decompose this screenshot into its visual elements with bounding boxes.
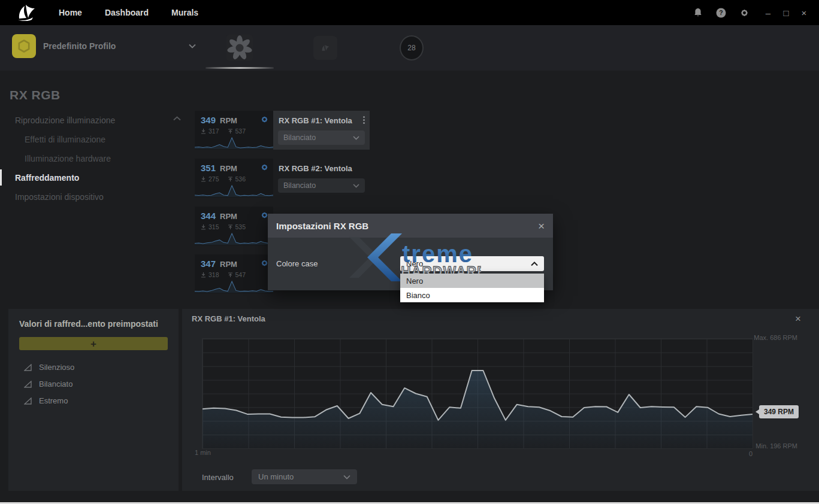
device-header: Predefinito Profilo [0,25,819,71]
profile-selector[interactable]: Predefinito Profilo [12,34,196,58]
nav-dashboard[interactable]: Dashboard [105,8,149,17]
fan3-min-rpm: 315 [208,223,219,230]
max-rpm-icon [228,177,233,182]
fan2-rpm-unit: RPM [220,164,237,173]
chevron-up-icon [531,262,538,266]
fan-row-1: 349 RPM 317 537 RX RGB #1: Ventola Bilan… [195,111,370,150]
sidebar-item-impostazioni[interactable]: Impostazioni dispositivo [15,192,104,202]
case-color-options: Nero Bianco [400,274,544,302]
fan2-card[interactable]: RX RGB #2: Ventola Bilanciato [273,159,370,198]
fan1-rpm-value: 349 [201,115,216,125]
fan1-menu-icon[interactable] [363,116,365,124]
fan2-name: RX RGB #2: Ventola [279,164,352,173]
minimize-button[interactable]: – [764,8,772,18]
modal-title: Impostazioni RX RGB [276,221,368,231]
titlebar: Home Dashboard Murals ? – □ [0,0,819,25]
option-nero[interactable]: Nero [400,274,544,288]
lcd-temperature-value: 28 [407,44,415,52]
fan3-stats: 344 RPM 315 535 [195,207,273,245]
nav-home[interactable]: Home [59,8,82,17]
max-rpm-icon [228,129,233,134]
min-rpm-icon [201,224,206,230]
max-rpm-icon [228,272,233,278]
chart-area-fill [203,371,752,448]
fan1-max-rpm: 537 [235,127,246,135]
presets-title: Valori di raffred...ento preimpostati [19,319,158,329]
device-tab-lcd-cooler[interactable]: 28 [400,25,424,71]
help-icon[interactable]: ? [716,8,726,18]
ramp-icon [24,364,32,371]
fan1-stats: 349 RPM 317 537 [195,111,273,150]
fan1-settings-gear-icon[interactable] [260,115,269,124]
case-color-value: Nero [406,259,423,268]
fan2-preset-select[interactable]: Bilanciato [278,178,365,193]
chevron-down-icon [353,184,359,188]
fan3-rpm-value: 344 [201,211,216,221]
fan1-rpm-unit: RPM [220,116,237,125]
profile-icon [12,34,36,58]
case-color-select[interactable]: Nero [400,256,544,271]
chart-min-label: Min. 196 RPM [755,442,797,450]
chevron-down-icon [343,475,350,479]
min-rpm-icon [201,129,206,134]
case-color-label: Colore case [276,259,318,268]
fan1-sparkline [195,136,273,149]
fan2-min-rpm: 275 [208,175,219,183]
notifications-bell-icon[interactable] [693,8,703,17]
modal-close-icon[interactable]: × [538,220,545,232]
titlebar-icons: ? [693,8,750,18]
profile-chevron-down-icon[interactable] [189,44,196,48]
keyboard-device-icon [313,36,337,60]
max-rpm-icon [228,224,233,230]
device-title: RX RGB [10,88,61,102]
fan4-rpm-value: 347 [201,259,216,269]
fan1-card[interactable]: RX RGB #1: Ventola Bilanciato [273,111,370,150]
option-bianco[interactable]: Bianco [400,288,544,302]
fan4-sparkline [195,280,273,293]
fan1-name: RX RGB #1: Ventola [279,116,352,125]
settings-gear-icon[interactable] [739,8,750,18]
corsair-logo-icon [16,4,37,21]
icue-app-window: Home Dashboard Murals ? – □ [0,0,819,504]
interval-value: Un minuto [258,472,294,481]
fan1-preset-value: Bilanciato [283,133,316,142]
fan-row-2: 351 RPM 275 536 RX RGB #2: Ventola Bilan… [195,159,370,198]
window-controls: – □ × [764,8,808,18]
section-chevron-up-icon[interactable] [173,116,181,121]
fan2-max-rpm: 536 [235,175,246,183]
preset-bilanciato[interactable]: Bilanciato [24,379,72,388]
chart-zero-label: 0 [749,450,752,457]
device-tab-keyboard[interactable] [313,25,337,71]
lcd-cooler-icon: 28 [400,35,424,60]
preset-label: Silenzioso [39,363,74,372]
min-rpm-icon [201,272,206,278]
device-tab-fan[interactable] [205,25,274,71]
maximize-button[interactable]: □ [782,8,790,18]
fan2-settings-gear-icon[interactable] [260,163,269,172]
fan4-rpm-unit: RPM [220,260,237,269]
sidebar-item-raffreddamento[interactable]: Raffreddamento [15,173,79,183]
sidebar-item-effetti[interactable]: Effetti di illuminazione [25,135,105,144]
active-item-indicator [0,169,2,186]
preset-estremo[interactable]: Estremo [24,396,68,405]
fan1-preset-select[interactable]: Bilanciato [278,130,365,145]
chart-max-label: Max. 686 RPM [754,334,797,341]
rpm-chart-plot [202,338,753,449]
sidebar-item-riproduzione[interactable]: Riproduzione illuminazione [15,116,115,125]
add-preset-button[interactable]: + [19,337,168,350]
preset-silenzioso[interactable]: Silenzioso [24,363,74,372]
cooling-presets-panel: Valori di raffred...ento preimpostati + … [8,309,179,491]
cooling-chart-panel: RX RGB #1: Ventola × Max. 686 RPM Min. 1… [182,309,819,491]
fan1-min-rpm: 317 [208,127,219,135]
svg-text:?: ? [719,9,723,16]
interval-label: Intervallo [202,473,234,482]
sidebar-item-illuminazione-hw[interactable]: Illuminazione hardware [25,154,111,163]
fan4-min-rpm: 318 [208,271,219,278]
fan3-sparkline [195,232,273,245]
nav-murals[interactable]: Murals [171,8,198,17]
fan2-stats: 351 RPM 275 536 [195,159,273,198]
min-rpm-icon [201,177,206,182]
close-window-button[interactable]: × [800,8,808,18]
chart-close-icon[interactable]: × [795,314,801,324]
interval-select[interactable]: Un minuto [252,469,357,484]
